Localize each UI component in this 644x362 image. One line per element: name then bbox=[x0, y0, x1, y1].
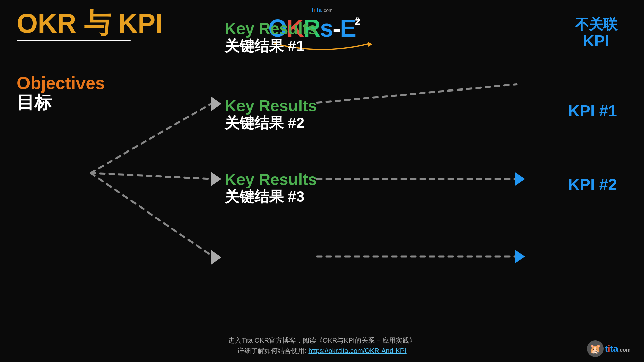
kr3-block: Key Results 关键结果 #3 bbox=[225, 171, 317, 205]
kpi1-block: KPI #1 bbox=[568, 102, 617, 120]
kr1-chinese: 关键结果 #1 bbox=[225, 38, 317, 54]
svg-line-3 bbox=[91, 173, 213, 179]
footer-line2-prefix: 详细了解如何结合使用: bbox=[237, 347, 308, 354]
kr2-chinese: 关键结果 #2 bbox=[225, 115, 317, 131]
kpi1-label: KPI #1 bbox=[568, 102, 617, 120]
footer: 进入Tita OKR官方博客，阅读《OKR与KPI的关系 – 应用实践》 详细了… bbox=[228, 336, 416, 355]
kr2-block: Key Results 关键结果 #2 bbox=[225, 97, 317, 131]
kpi-unrelated-line1: 不关联 bbox=[575, 17, 617, 32]
footer-logo-i: i bbox=[608, 344, 610, 354]
svg-line-5 bbox=[91, 173, 213, 257]
footer-line2: 详细了解如何结合使用: https://okr.tita.com/OKR-And… bbox=[228, 346, 416, 355]
svg-marker-2 bbox=[211, 97, 221, 111]
svg-marker-4 bbox=[211, 172, 221, 186]
footer-logo-text: tita.com bbox=[605, 344, 631, 354]
kpi2-block: KPI #2 bbox=[568, 176, 617, 194]
svg-marker-6 bbox=[211, 250, 221, 264]
diagram-svg bbox=[0, 0, 644, 362]
kpi-unrelated-block: 不关联 KPI bbox=[575, 17, 617, 50]
kr1-english: Key Results bbox=[225, 20, 317, 38]
kpi-unrelated-line2: KPI bbox=[575, 32, 617, 50]
kpi2-label: KPI #2 bbox=[568, 176, 617, 194]
kr1-block: Key Results 关键结果 #1 bbox=[225, 20, 317, 54]
footer-logo-ta: ta bbox=[610, 344, 618, 354]
kr3-chinese: 关键结果 #3 bbox=[225, 189, 317, 205]
kr3-english: Key Results bbox=[225, 171, 317, 189]
footer-line1: 进入Tita OKR官方博客，阅读《OKR与KPI的关系 – 应用实践》 bbox=[228, 336, 416, 345]
footer-logo-t: t bbox=[605, 344, 608, 354]
footer-link[interactable]: https://okr.tita.com/OKR-And-KPI bbox=[308, 347, 406, 354]
svg-line-1 bbox=[91, 103, 213, 173]
svg-marker-11 bbox=[515, 250, 525, 263]
svg-marker-9 bbox=[515, 172, 525, 186]
hamster-icon: 🐹 bbox=[587, 340, 604, 357]
footer-logo-com: .com bbox=[618, 347, 631, 353]
svg-line-7 bbox=[317, 84, 517, 103]
kr2-english: Key Results bbox=[225, 97, 317, 115]
footer-logo: 🐹 tita.com bbox=[587, 340, 631, 357]
